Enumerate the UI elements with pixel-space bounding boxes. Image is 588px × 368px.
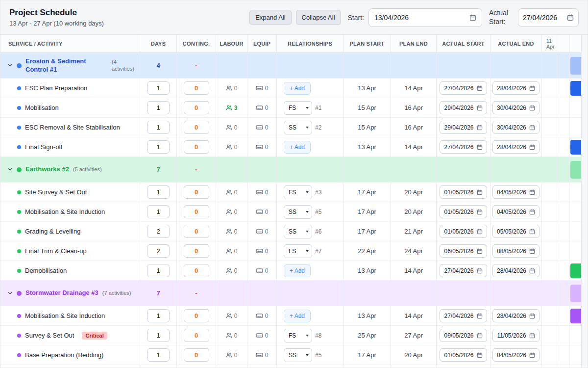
actual-start-input[interactable]: 27/04/2026: [440, 140, 487, 154]
labour-counter[interactable]: 0: [226, 352, 238, 359]
relationship-type-select[interactable]: FS: [284, 244, 312, 258]
equip-counter[interactable]: 0: [256, 267, 269, 274]
add-relationship-button[interactable]: + Add: [284, 310, 311, 322]
contingency-input[interactable]: [184, 348, 209, 362]
equip-counter[interactable]: 0: [256, 209, 269, 215]
actual-end-input[interactable]: 08/05/2026: [492, 244, 539, 258]
actual-end-input[interactable]: 04/05/2026: [492, 348, 539, 362]
equip-counter[interactable]: 0: [256, 105, 269, 111]
days-input[interactable]: [147, 264, 170, 277]
contingency-input[interactable]: [184, 101, 209, 114]
actual-end-input[interactable]: 05/05/2026: [492, 225, 539, 238]
equip-counter[interactable]: 0: [256, 85, 269, 92]
plan-end-cell: [391, 281, 437, 306]
contingency-input[interactable]: [184, 140, 209, 154]
labour-counter[interactable]: 0: [226, 228, 238, 235]
contingency-input[interactable]: [184, 329, 209, 342]
actual-end-input[interactable]: 30/04/2026: [492, 101, 539, 114]
labour-counter[interactable]: 0: [226, 189, 238, 196]
start-date-input[interactable]: 13/04/2026: [368, 8, 482, 27]
equip-counter[interactable]: 0: [256, 332, 269, 339]
chevron-down-icon[interactable]: [7, 63, 13, 68]
days-input[interactable]: [147, 101, 170, 114]
plan-start-cell: 17 Apr: [343, 202, 391, 221]
collapse-all-button[interactable]: Collapse All: [296, 10, 341, 25]
add-relationship-button[interactable]: + Add: [284, 141, 311, 154]
actual-start-input[interactable]: 27/04/2026: [440, 264, 487, 277]
labour-counter[interactable]: 0: [226, 267, 238, 274]
contingency-input[interactable]: [184, 244, 209, 258]
actual-end-input[interactable]: 28/04/2026: [492, 264, 539, 277]
add-relationship-button[interactable]: + Add: [284, 82, 311, 95]
days-input[interactable]: [147, 121, 170, 134]
contingency-input[interactable]: [184, 264, 209, 277]
actual-end-input[interactable]: 11/05/2026: [492, 329, 539, 342]
plan-end-cell: [391, 157, 437, 182]
labour-counter[interactable]: 0: [226, 85, 238, 92]
labour-counter[interactable]: 0: [226, 332, 238, 339]
relationship-type-select[interactable]: SS: [284, 348, 312, 362]
chevron-down-icon[interactable]: [7, 167, 13, 172]
relationship-type-select[interactable]: SS: [284, 121, 312, 134]
days-input[interactable]: [147, 329, 170, 342]
service-activity-cell: ESC Plan Preparation: [0, 79, 140, 98]
contingency-input[interactable]: [184, 205, 209, 218]
add-relationship-button[interactable]: + Add: [284, 264, 311, 277]
labour-counter[interactable]: 0: [226, 144, 238, 151]
relationship-type-select[interactable]: FS: [284, 101, 312, 115]
equip-cell: 0: [247, 202, 277, 221]
actual-start-input[interactable]: 01/05/2026: [440, 348, 487, 362]
days-input[interactable]: [147, 244, 170, 258]
labour-counter[interactable]: 0: [226, 313, 238, 319]
vertical-scrollbar[interactable]: [581, 35, 588, 368]
actual-end-input[interactable]: 28/04/2026: [492, 140, 539, 154]
actual-start-input[interactable]: 06/05/2026: [440, 244, 487, 258]
contingency-input[interactable]: [184, 81, 209, 95]
actual-start-input[interactable]: 27/04/2026: [440, 81, 487, 95]
days-input[interactable]: [147, 205, 170, 218]
labour-counter[interactable]: 3: [226, 105, 238, 111]
relationship-type-select[interactable]: FS: [284, 185, 312, 199]
contingency-input[interactable]: [184, 309, 209, 322]
contingency-input[interactable]: [184, 225, 209, 238]
equip-counter[interactable]: 0: [256, 352, 269, 359]
contingency-input[interactable]: [184, 121, 209, 134]
labour-person-icon: [226, 124, 232, 131]
actual-end-input[interactable]: 04/05/2026: [492, 205, 539, 218]
relationship-type-select[interactable]: FS: [284, 329, 312, 342]
actual-start-input[interactable]: 01/05/2026: [440, 225, 487, 238]
actual-start-input[interactable]: 01/05/2026: [440, 205, 487, 218]
equip-counter[interactable]: 0: [256, 144, 269, 151]
equip-counter[interactable]: 0: [256, 124, 269, 131]
equip-counter[interactable]: 0: [256, 248, 269, 255]
actual-end-input[interactable]: 30/04/2026: [492, 121, 539, 134]
equip-counter[interactable]: 0: [256, 313, 269, 319]
actual-start-date-input[interactable]: 27/04/2026: [518, 8, 579, 27]
actual-start-input[interactable]: 01/05/2026: [440, 185, 487, 199]
expand-all-button[interactable]: Expand All: [249, 10, 291, 25]
activity-name: Base Preparation (Bedding): [25, 351, 103, 359]
days-input[interactable]: [147, 309, 170, 322]
labour-counter[interactable]: 0: [226, 209, 238, 215]
actual-start-input[interactable]: 29/04/2026: [440, 121, 487, 134]
days-input[interactable]: [147, 185, 170, 199]
actual-end-input[interactable]: 28/04/2026: [492, 309, 539, 322]
actual-start-input[interactable]: 29/04/2026: [440, 101, 487, 114]
contingency-input[interactable]: [184, 185, 209, 199]
days-input[interactable]: [147, 348, 170, 362]
actual-end-input[interactable]: 28/04/2026: [492, 81, 539, 95]
labour-counter[interactable]: 0: [226, 124, 238, 131]
chevron-down-icon[interactable]: [7, 290, 13, 296]
equip-counter[interactable]: 0: [256, 189, 269, 196]
actual-start-input-value: 01/05/2026: [444, 352, 473, 359]
days-input[interactable]: [147, 225, 170, 238]
days-input[interactable]: [147, 81, 170, 95]
relationship-type-select[interactable]: SS: [284, 205, 312, 219]
labour-counter[interactable]: 0: [226, 248, 238, 255]
actual-start-input[interactable]: 27/04/2026: [440, 309, 487, 322]
days-input[interactable]: [147, 140, 170, 154]
actual-start-input[interactable]: 09/05/2026: [440, 329, 487, 342]
equip-counter[interactable]: 0: [256, 228, 269, 235]
relationship-type-select[interactable]: SS: [284, 225, 312, 238]
actual-end-input[interactable]: 04/05/2026: [492, 185, 539, 199]
